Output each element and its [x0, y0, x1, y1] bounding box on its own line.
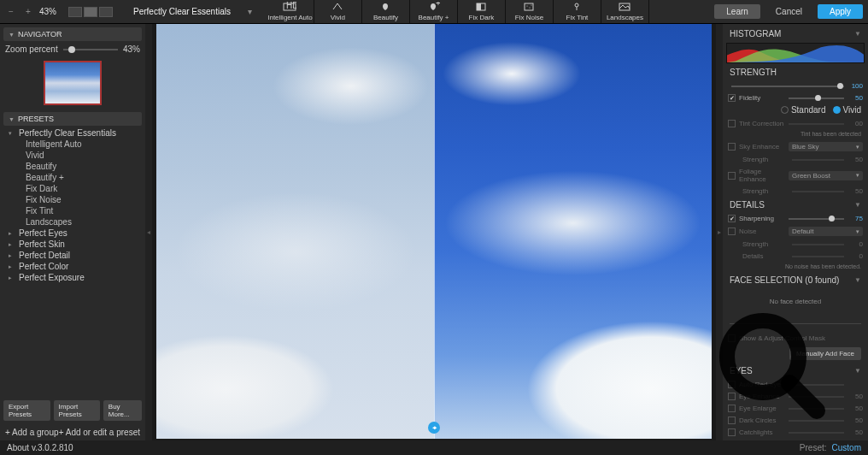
collapse-icon: ▼	[854, 276, 861, 284]
strength-row: 100	[726, 81, 865, 91]
export-presets-button[interactable]: Export Presets	[3, 400, 50, 421]
preset-item[interactable]: Beautify	[9, 161, 140, 172]
right-collapse-grip[interactable]: ▸	[716, 24, 723, 440]
noise-checkbox[interactable]	[728, 228, 736, 235]
zoom-percent: 43%	[39, 7, 56, 16]
left-collapse-grip[interactable]: ◂	[145, 24, 152, 440]
left-sidebar: NAVIGATOR Zoom percent 43% PRESETS Perfe…	[0, 24, 145, 440]
zoom-in-icon[interactable]: +	[22, 6, 34, 18]
sky-dropdown[interactable]: Blue Sky	[789, 142, 863, 151]
tint-value: 00	[847, 120, 863, 127]
tool-vivid[interactable]: Vivid	[314, 0, 362, 23]
radio-vivid[interactable]: Vivid	[833, 105, 862, 115]
zoom-slider-row: Zoom percent 43%	[3, 41, 142, 57]
histogram-header[interactable]: HISTOGRAM▼	[726, 27, 865, 40]
preset-group[interactable]: Perfect Color	[9, 261, 140, 272]
preset-group[interactable]: Perfect Exposure	[9, 272, 140, 283]
preset-group-essentials[interactable]: Perfectly Clear Essentials	[9, 127, 140, 139]
preset-item[interactable]: Landscapes	[9, 216, 140, 228]
add-preset-link[interactable]: + Add or edit a preset	[59, 428, 140, 437]
footer-preset-value[interactable]: Custom	[832, 443, 861, 452]
preset-group[interactable]: Perfect Eyes	[9, 228, 140, 239]
tool-beautify-plus[interactable]: +Beautify +	[410, 0, 458, 23]
preset-item[interactable]: Fix Tint	[9, 205, 140, 216]
import-presets-button[interactable]: Import Presets	[54, 400, 100, 421]
eye-checkbox[interactable]	[728, 417, 736, 424]
buy-more-button[interactable]: Buy More...	[103, 400, 142, 421]
face-show-checkbox[interactable]	[728, 334, 736, 342]
noise-strength-slider[interactable]	[792, 244, 844, 245]
preset-group[interactable]: Perfect Detail	[9, 250, 140, 261]
noise-details-slider[interactable]	[792, 256, 844, 257]
preset-item[interactable]: Fix Dark	[9, 183, 140, 194]
eye-row: Dark Circles50	[726, 416, 865, 425]
eye-checkbox[interactable]	[728, 381, 736, 388]
add-group-link[interactable]: + Add a group	[5, 428, 59, 437]
sharpening-slider[interactable]	[789, 218, 844, 220]
toolbar-left: − + 43% Perfectly Clear Essentials ▾	[0, 6, 261, 18]
presets-header[interactable]: PRESETS	[3, 112, 142, 126]
tint-slider[interactable]	[789, 123, 844, 125]
eyes-header[interactable]: EYES▼	[726, 364, 865, 377]
view-split[interactable]	[84, 7, 97, 17]
split-view[interactable]	[156, 24, 712, 439]
view-single[interactable]	[68, 7, 82, 17]
svg-point-8	[531, 4, 532, 5]
foliage-strength-slider[interactable]	[792, 191, 844, 192]
sky-label: Sky Enhance	[739, 143, 785, 151]
view-dual[interactable]	[99, 7, 113, 17]
foliage-checkbox[interactable]	[728, 172, 736, 180]
eye-checkbox[interactable]	[728, 405, 736, 412]
tool-intelligent-auto[interactable]: HDIntelligent Auto	[267, 0, 314, 23]
preset-item[interactable]: Intelligent Auto	[9, 139, 140, 150]
fidelity-row: Fidelity 50	[726, 93, 865, 103]
face-show-row: Show & Adjust Control Mask	[726, 334, 865, 343]
tool-landscapes[interactable]: Landscapes	[601, 0, 649, 23]
tool-fix-dark[interactable]: Fix Dark	[458, 0, 506, 23]
fidelity-value: 50	[847, 94, 863, 102]
sky-strength-slider[interactable]	[792, 159, 844, 161]
cancel-button[interactable]: Cancel	[764, 4, 814, 19]
radio-standard[interactable]: Standard	[781, 105, 826, 115]
current-preset-name[interactable]: Perfectly Clear Essentials	[133, 7, 231, 16]
face-size-slider[interactable]	[730, 323, 861, 324]
fidelity-label: Fidelity	[739, 94, 785, 102]
details-header[interactable]: DETAILS▼	[726, 198, 865, 211]
fidelity-checkbox[interactable]	[728, 94, 736, 102]
strength-header: STRENGTH	[726, 66, 865, 79]
preset-item[interactable]: Beautify +	[9, 172, 140, 183]
sky-checkbox[interactable]	[728, 143, 736, 151]
eye-checkbox[interactable]	[728, 393, 736, 400]
face-selection-header[interactable]: FACE SELECTION (0 found)▼	[726, 274, 865, 287]
noise-dropdown[interactable]: Default	[789, 227, 863, 236]
preset-item[interactable]: Fix Noise	[9, 194, 140, 205]
preset-footer: + Add a group + Add or edit a preset	[3, 424, 142, 437]
svg-text:+: +	[436, 2, 440, 8]
tool-fix-tint[interactable]: Fix Tint	[554, 0, 601, 23]
apply-button[interactable]: Apply	[818, 4, 863, 19]
eye-checkbox[interactable]	[728, 428, 736, 436]
preset-dropdown-icon[interactable]: ▾	[244, 6, 256, 18]
navigator-thumbnail[interactable]	[44, 61, 102, 105]
preset-group[interactable]: Perfect Skin	[9, 239, 140, 250]
tool-beautify[interactable]: Beautify	[362, 0, 410, 23]
navigator-header[interactable]: NAVIGATOR	[3, 27, 142, 41]
view-mode-toggles	[68, 7, 113, 17]
zoom-slider[interactable]	[63, 49, 118, 50]
right-sidebar: HISTOGRAM▼ STRENGTH 100 Fidelity 50 Stan…	[723, 24, 868, 440]
fidelity-slider[interactable]	[789, 98, 844, 99]
about-text[interactable]: About v.3.0.2.810	[7, 443, 73, 452]
footer-preset-label: Preset:	[800, 443, 827, 452]
zoom-out-icon[interactable]: −	[5, 6, 17, 18]
strength-slider[interactable]	[731, 86, 844, 87]
tint-checkbox[interactable]	[728, 120, 736, 127]
split-handle-icon[interactable]	[428, 422, 440, 434]
tool-fix-noise[interactable]: Fix Noise	[506, 0, 554, 23]
preset-tree: Perfectly Clear Essentials Intelligent A…	[3, 126, 142, 397]
sharpening-checkbox[interactable]	[728, 215, 736, 222]
foliage-dropdown[interactable]: Green Boost	[789, 171, 863, 180]
learn-button[interactable]: Learn	[714, 4, 760, 19]
preset-item[interactable]: Vivid	[9, 150, 140, 161]
manually-add-face-button[interactable]: Manually Add Face	[789, 347, 861, 360]
split-divider[interactable]	[434, 24, 435, 439]
